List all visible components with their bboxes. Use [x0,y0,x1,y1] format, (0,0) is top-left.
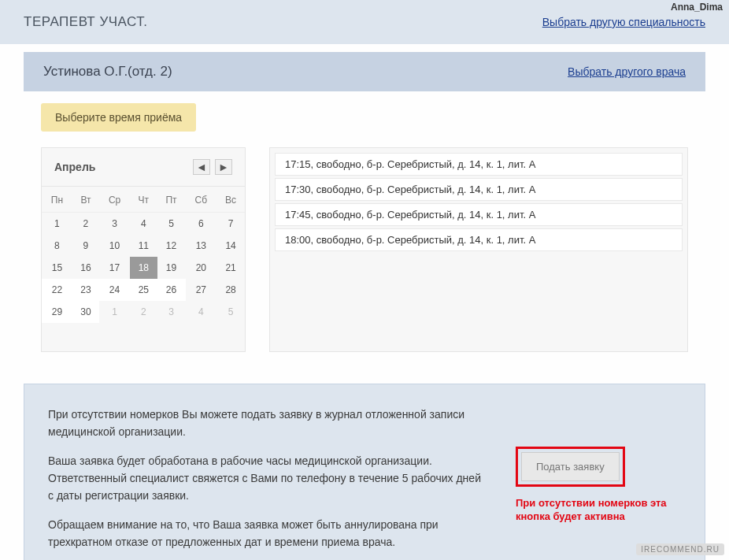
change-specialty-link[interactable]: Выбрать другую специальность [542,16,705,28]
calendar-day[interactable]: 11 [130,235,157,257]
calendar-day[interactable]: 12 [157,235,186,257]
weekday-header: Вс [216,187,245,213]
calendar-day[interactable]: 16 [72,257,99,279]
calendar-nav: ◄ ► [193,159,232,175]
calendar-day[interactable]: 7 [216,213,245,235]
calendar-day: 3 [157,301,186,323]
weekday-header: Пн [42,187,72,213]
time-slots: 17:15, свободно, б-р. Серебристый, д. 14… [269,147,688,352]
calendar-day[interactable]: 23 [72,279,99,301]
submit-request-button[interactable]: Подать заявку [521,452,620,481]
calendar-day[interactable]: 6 [186,213,217,235]
calendar-day[interactable]: 30 [72,301,99,323]
calendar-day[interactable]: 1 [42,213,72,235]
calendar-month: Апрель [54,161,95,173]
calendar-day[interactable]: 24 [99,279,130,301]
chevron-right-icon: ► [218,161,229,173]
calendar-day[interactable]: 2 [72,213,99,235]
calendar-day[interactable]: 14 [216,235,245,257]
specialty-title: ТЕРАПЕВТ УЧАСТ. [24,14,147,30]
columns: Апрель ◄ ► ПнВтСрЧтПтСбВс 12345678910111… [41,147,688,352]
info-panel: При отсутствии номерков Вы можете подать… [24,384,705,560]
calendar-day[interactable]: 9 [72,235,99,257]
select-time-badge: Выберите время приёма [41,103,196,132]
submit-column: Подать заявку При отсутствии номерков эт… [516,406,681,560]
calendar-day[interactable]: 15 [42,257,72,279]
calendar-day[interactable]: 13 [186,235,217,257]
weekday-header: Сб [186,187,217,213]
calendar-day: 4 [186,301,217,323]
info-paragraph-2: Ваша заявка будет обработана в рабочие ч… [48,453,484,504]
appointment-area: Выберите время приёма Апрель ◄ ► ПнВтС [24,103,705,372]
weekday-header: Ср [99,187,130,213]
weekday-header: Вт [72,187,99,213]
watermark-bottom: IRECOMMEND.RU [636,543,724,555]
info-paragraph-1: При отсутствии номерков Вы можете подать… [48,406,484,440]
specialty-header: ТЕРАПЕВТ УЧАСТ. Выбрать другую специальн… [0,0,729,44]
time-slot[interactable]: 17:15, свободно, б-р. Серебристый, д. 14… [275,153,683,176]
calendar-day: 1 [99,301,130,323]
weekday-header: Чт [130,187,157,213]
doctor-name: Устинова О.Г.(отд. 2) [43,64,172,80]
change-doctor-link[interactable]: Выбрать другого врача [568,65,686,78]
calendar-day[interactable]: 27 [186,279,217,301]
calendar-day[interactable]: 22 [42,279,72,301]
next-month-button[interactable]: ► [215,159,232,175]
calendar-day: 2 [130,301,157,323]
calendar-day: 5 [216,301,245,323]
calendar-day[interactable]: 5 [157,213,186,235]
calendar-day[interactable]: 19 [157,257,186,279]
weekday-header: Пт [157,187,186,213]
info-text: При отсутствии номерков Вы можете подать… [48,406,484,560]
calendar-day[interactable]: 8 [42,235,72,257]
calendar: Апрель ◄ ► ПнВтСрЧтПтСбВс 12345678910111… [41,147,246,352]
calendar-day[interactable]: 10 [99,235,130,257]
calendar-day[interactable]: 20 [186,257,217,279]
calendar-day[interactable]: 3 [99,213,130,235]
calendar-footer-space [42,323,245,350]
chevron-left-icon: ◄ [196,161,207,173]
time-slot[interactable]: 18:00, свободно, б-р. Серебристый, д. 14… [275,228,683,251]
calendar-table: ПнВтСрЧтПтСбВс 1234567891011121314151617… [42,187,245,323]
calendar-day[interactable]: 25 [130,279,157,301]
prev-month-button[interactable]: ◄ [193,159,210,175]
calendar-day[interactable]: 17 [99,257,130,279]
calendar-day[interactable]: 26 [157,279,186,301]
time-slot[interactable]: 17:30, свободно, б-р. Серебристый, д. 14… [275,178,683,201]
time-slot[interactable]: 17:45, свободно, б-р. Серебристый, д. 14… [275,203,683,226]
calendar-day[interactable]: 18 [130,257,157,279]
watermark-top: Anna_Dima [671,2,723,13]
submit-note: При отсутствии номерков эта кнопка будет… [516,496,681,524]
calendar-header: Апрель ◄ ► [42,148,245,187]
calendar-day[interactable]: 4 [130,213,157,235]
calendar-day[interactable]: 28 [216,279,245,301]
doctor-header: Устинова О.Г.(отд. 2) Выбрать другого вр… [24,52,705,91]
submit-highlight-box: Подать заявку [516,447,625,487]
page: ТЕРАПЕВТ УЧАСТ. Выбрать другую специальн… [0,0,729,560]
info-paragraph-3: Обращаем внимание на то, что Ваша заявка… [48,517,484,551]
calendar-day[interactable]: 21 [216,257,245,279]
calendar-day[interactable]: 29 [42,301,72,323]
